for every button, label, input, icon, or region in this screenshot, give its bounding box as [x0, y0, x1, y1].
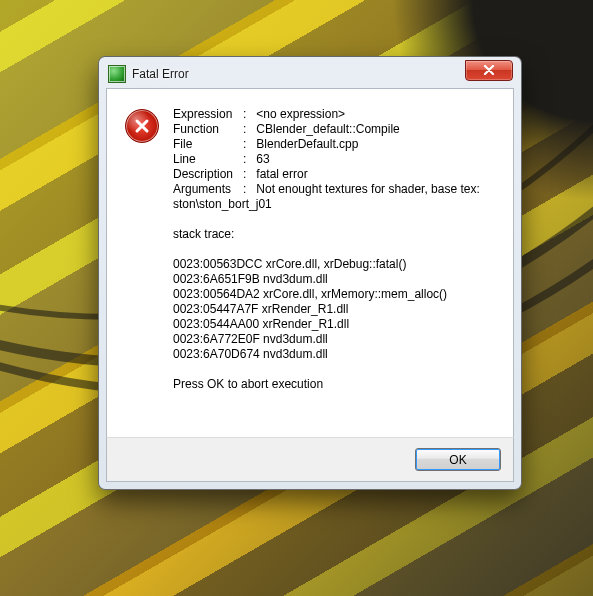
titlebar[interactable]: Fatal Error: [106, 64, 514, 88]
stack-line: 0023:6A772E0F nvd3dum.dll: [173, 332, 328, 346]
file-value: BlenderDefault.cpp: [256, 137, 358, 151]
arguments-label: Arguments: [173, 182, 243, 197]
file-label: File: [173, 137, 243, 152]
arguments-value-cont: ston\ston_bort_j01: [173, 197, 272, 211]
window-title: Fatal Error: [132, 67, 465, 81]
function-value: CBlender_default::Compile: [256, 122, 399, 136]
line-label: Line: [173, 152, 243, 167]
expression-value: <no expression>: [256, 107, 345, 121]
close-icon: [483, 65, 495, 75]
expression-label: Expression: [173, 107, 243, 122]
stack-line: 0023:6A651F9B nvd3dum.dll: [173, 272, 328, 286]
stack-line: 0023:00564DA2 xrCore.dll, xrMemory::mem_…: [173, 287, 447, 301]
footer-instruction: Press OK to abort execution: [173, 377, 323, 391]
close-button[interactable]: [465, 60, 513, 81]
arguments-value: Not enought textures for shader, base te…: [256, 182, 479, 196]
stack-line: 0023:00563DCC xrCore.dll, xrDebug::fatal…: [173, 257, 406, 271]
stack-trace-label: stack trace:: [173, 227, 234, 241]
description-value: fatal error: [256, 167, 307, 181]
stack-line: 0023:05447A7F xrRender_R1.dll: [173, 302, 348, 316]
description-label: Description: [173, 167, 243, 182]
ok-button[interactable]: OK: [415, 448, 501, 471]
error-icon: [125, 109, 159, 143]
fatal-error-dialog: Fatal Error Expression: <no expression> …: [98, 56, 522, 490]
stack-line: 0023:0544AA00 xrRender_R1.dll: [173, 317, 349, 331]
function-label: Function: [173, 122, 243, 137]
app-icon: [108, 65, 126, 83]
dialog-body: Expression: <no expression> Function: CB…: [106, 88, 514, 437]
dialog-button-bar: OK: [106, 437, 514, 482]
error-message: Expression: <no expression> Function: CB…: [173, 107, 480, 392]
line-value: 63: [256, 152, 269, 166]
stack-line: 0023:6A70D674 nvd3dum.dll: [173, 347, 328, 361]
